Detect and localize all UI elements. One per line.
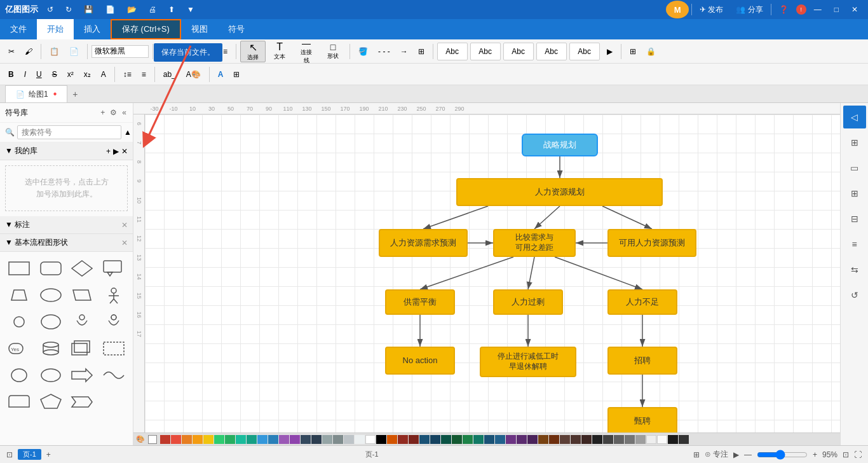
color-swatch[interactable] bbox=[517, 435, 527, 444]
my-library-close-btn[interactable]: ✕ bbox=[121, 147, 128, 156]
more-btn[interactable]: ▼ bbox=[182, 4, 200, 15]
color-swatch[interactable] bbox=[203, 435, 214, 444]
italic-button[interactable]: I bbox=[20, 67, 31, 81]
shape-parallelogram[interactable] bbox=[69, 284, 97, 307]
add-tab-button[interactable]: + bbox=[67, 86, 83, 102]
color-swatch[interactable] bbox=[452, 435, 462, 444]
color-swatch[interactable] bbox=[301, 435, 311, 444]
preset-4[interactable]: Abc bbox=[536, 43, 567, 60]
color-swatch[interactable] bbox=[247, 435, 257, 444]
color-swatch[interactable] bbox=[463, 435, 473, 444]
color-swatch[interactable] bbox=[225, 435, 235, 444]
close-button[interactable]: ✕ bbox=[846, 4, 863, 15]
basic-flow-section-header[interactable]: ▼ 基本流程图形状 ✕ bbox=[0, 234, 133, 252]
color-swatch[interactable] bbox=[355, 435, 365, 444]
shape-diamond[interactable] bbox=[69, 257, 97, 280]
color-swatch[interactable] bbox=[473, 435, 484, 444]
color-swatch[interactable] bbox=[679, 435, 689, 444]
color-swatch[interactable] bbox=[495, 435, 505, 444]
shape-chevron[interactable] bbox=[69, 390, 97, 413]
format-painter-button[interactable]: 🖌 bbox=[20, 45, 37, 59]
zoom-out-button[interactable]: — bbox=[744, 450, 752, 459]
focus-button[interactable]: ⊙ 专注 bbox=[705, 449, 728, 460]
shape-oval[interactable] bbox=[37, 284, 65, 307]
menu-file[interactable]: 文件 bbox=[0, 19, 37, 39]
list-button[interactable]: ≡ bbox=[137, 67, 151, 81]
right-panel-grid-btn[interactable]: ⊞ bbox=[843, 131, 866, 154]
color-swatch[interactable] bbox=[409, 435, 419, 444]
fit-page-button[interactable]: ⊡ bbox=[843, 450, 849, 459]
fit-icon[interactable]: ⊡ bbox=[6, 450, 13, 459]
color-swatch[interactable] bbox=[441, 435, 451, 444]
color-swatch[interactable] bbox=[311, 435, 322, 444]
print-btn[interactable]: 🖨 bbox=[144, 4, 161, 15]
color-swatch[interactable] bbox=[387, 435, 397, 444]
shape-large-oval[interactable] bbox=[37, 310, 65, 333]
arrow-button[interactable]: → bbox=[396, 45, 412, 59]
save-title-btn[interactable]: 💾 bbox=[79, 4, 98, 15]
node-strategic-planning[interactable]: 战略规划 bbox=[522, 134, 598, 156]
node-hr-available[interactable]: 可用人力资源预测 bbox=[607, 229, 696, 257]
menu-start[interactable]: 开始 bbox=[37, 19, 74, 39]
fullscreen-button[interactable]: ⛶ bbox=[854, 450, 862, 459]
shape-rect[interactable] bbox=[5, 257, 33, 280]
zoom-slider[interactable] bbox=[757, 450, 808, 460]
subscript-button[interactable]: x₂ bbox=[79, 67, 95, 81]
color-swatch[interactable] bbox=[214, 435, 224, 444]
color-swatch[interactable] bbox=[160, 435, 170, 444]
edit-more-btn[interactable]: ⊞ bbox=[229, 67, 244, 81]
preset-5[interactable]: Abc bbox=[569, 43, 600, 60]
right-panel-swap-btn[interactable]: ⇆ bbox=[843, 258, 866, 281]
color-swatch[interactable] bbox=[398, 435, 408, 444]
node-hr-planning[interactable]: 人力资源规划 bbox=[456, 178, 663, 206]
node-shortage[interactable]: 人力不足 bbox=[607, 289, 677, 315]
shape-tool-button[interactable]: □ 形状 bbox=[320, 41, 346, 62]
preset-1[interactable]: Abc bbox=[437, 43, 468, 60]
node-hr-demand[interactable]: 人力资源需求预测 bbox=[379, 229, 468, 257]
preset-3[interactable]: Abc bbox=[503, 43, 534, 60]
sidebar-settings-button[interactable]: ⚙ bbox=[109, 107, 118, 118]
shape-pentagon[interactable] bbox=[37, 390, 65, 413]
color-swatch[interactable] bbox=[419, 435, 430, 444]
color-swatch[interactable] bbox=[625, 435, 635, 444]
color-swatch[interactable] bbox=[646, 435, 656, 444]
help-button[interactable]: ❓ bbox=[774, 3, 794, 16]
color-swatch[interactable] bbox=[571, 435, 581, 444]
my-library-header[interactable]: ▼ 我的库 + ▶ ✕ bbox=[0, 142, 133, 160]
sidebar-collapse-button[interactable]: « bbox=[121, 107, 128, 118]
play-button[interactable]: ▶ bbox=[733, 450, 739, 459]
color-swatch[interactable] bbox=[257, 435, 268, 444]
export-btn[interactable]: ⬆ bbox=[163, 4, 180, 15]
scroll-up-btn[interactable]: ▲ bbox=[124, 128, 132, 137]
text-color-fill[interactable]: A bbox=[214, 67, 228, 81]
font-color-button[interactable]: A🎨 bbox=[182, 67, 205, 81]
shape-small-circle[interactable] bbox=[5, 364, 33, 387]
redo-button[interactable]: ↻ bbox=[60, 4, 77, 15]
menu-view[interactable]: 视图 bbox=[181, 19, 218, 39]
color-swatch[interactable] bbox=[193, 435, 203, 444]
node-surplus[interactable]: 人力过剩 bbox=[493, 289, 563, 315]
canvas[interactable]: 战略规划 人力资源规划 人力资源需求预测 比较需求与可用之差距 可用人力资源预测… bbox=[145, 114, 840, 432]
preset-2[interactable]: Abc bbox=[470, 43, 501, 60]
menu-symbol[interactable]: 符号 bbox=[218, 19, 255, 39]
shape-person2[interactable] bbox=[69, 310, 97, 333]
underline-button[interactable]: U bbox=[32, 67, 46, 81]
basic-flow-close-btn[interactable]: ✕ bbox=[121, 238, 128, 247]
shape-arrow-right[interactable] bbox=[69, 364, 97, 387]
color-swatch[interactable] bbox=[560, 435, 570, 444]
color-swatch[interactable] bbox=[236, 435, 246, 444]
node-select[interactable]: 甄聘 bbox=[607, 407, 677, 432]
shape-round-rect[interactable] bbox=[37, 257, 65, 280]
color-swatch[interactable] bbox=[538, 435, 548, 444]
node-supply-balance[interactable]: 供需平衡 bbox=[385, 289, 455, 315]
new-btn[interactable]: 📄 bbox=[100, 4, 120, 15]
color-swatch[interactable] bbox=[506, 435, 516, 444]
font-name-input[interactable] bbox=[92, 45, 149, 58]
minimize-button[interactable]: — bbox=[809, 4, 827, 15]
line-spacing-button[interactable]: ↕≡ bbox=[119, 67, 136, 81]
color-swatch[interactable] bbox=[484, 435, 494, 444]
annotation-section-header[interactable]: ▼ 标注 ✕ bbox=[0, 216, 133, 234]
color-swatch[interactable] bbox=[635, 435, 646, 444]
color-swatch[interactable] bbox=[171, 435, 181, 444]
share-button[interactable]: 👥 分享 bbox=[731, 3, 768, 17]
